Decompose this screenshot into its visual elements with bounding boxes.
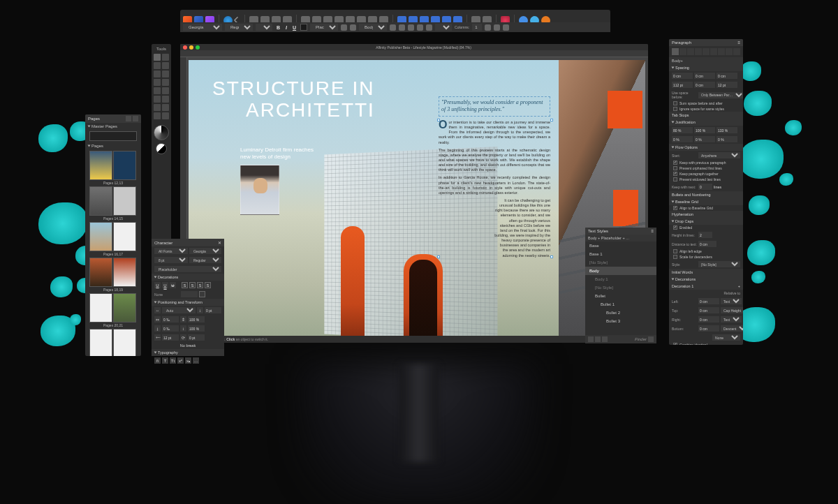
fill-tool-icon[interactable] — [162, 96, 169, 103]
panel-menu-icon[interactable]: ≡ — [651, 229, 654, 233]
justify-center-button[interactable] — [703, 48, 710, 55]
justify-right-button[interactable] — [710, 48, 717, 55]
page-thumb[interactable] — [89, 222, 112, 251]
character-panel-icon[interactable] — [341, 24, 347, 31]
list-icon[interactable] — [426, 24, 432, 31]
page-thumb[interactable] — [113, 293, 136, 323]
highlight-button[interactable]: S — [189, 282, 196, 288]
style-base1[interactable]: Base 1 — [585, 250, 656, 258]
style-body[interactable]: Body — [585, 267, 656, 275]
align-center-button[interactable] — [679, 48, 686, 55]
tab-stops-section[interactable]: Tab Stops — [669, 112, 743, 119]
widow-check[interactable] — [673, 177, 677, 181]
align-c-icon[interactable] — [399, 24, 405, 31]
deco-fill-select[interactable]: None — [712, 334, 740, 341]
vscale-input[interactable] — [188, 316, 205, 323]
headline[interactable]: STRUCTURE IN ARCHITETTI — [212, 78, 375, 121]
move-tool-icon[interactable] — [154, 54, 161, 61]
selection-handle-icon[interactable] — [437, 255, 440, 258]
paragraph-panel-icon[interactable] — [485, 24, 491, 31]
font-family-select[interactable]: Georgia — [183, 24, 222, 31]
strike-color-button[interactable]: S — [205, 282, 211, 288]
justify-all-button[interactable] — [718, 48, 725, 55]
decorations-section[interactable]: Decorations — [675, 277, 696, 281]
positioning-section[interactable]: Positioning and Transform — [158, 300, 203, 304]
new-para-style-icon[interactable] — [588, 336, 594, 342]
master-thumb[interactable] — [89, 131, 137, 141]
add-page-icon[interactable] — [126, 116, 131, 121]
font-select[interactable]: Georgia — [189, 248, 221, 254]
dist-text-input[interactable] — [698, 241, 716, 247]
align-towards-button[interactable] — [726, 48, 733, 55]
decorations-section[interactable]: Decorations — [158, 275, 178, 279]
deco-right-rel[interactable]: Text — [721, 316, 742, 323]
outline-button[interactable]: S — [197, 282, 203, 288]
pen-tool-icon[interactable] — [162, 71, 169, 77]
smallcaps-icon[interactable]: Tt — [170, 357, 176, 364]
table-tool-icon[interactable] — [154, 71, 161, 77]
page-thumb[interactable] — [89, 151, 112, 180]
pull-quote[interactable]: "Presumably, we would consider a propone… — [439, 96, 550, 117]
font-collection-select[interactable]: All Fonts — [154, 248, 188, 254]
page-thumb[interactable] — [113, 222, 136, 251]
page-thumb[interactable] — [113, 186, 136, 216]
space-before-input[interactable] — [694, 82, 715, 88]
vector-crop-tool-icon[interactable] — [154, 96, 161, 103]
dropcaps-section[interactable]: Drop Caps — [675, 219, 693, 223]
leading-select[interactable]: 112 pt — [435, 24, 452, 31]
align-grid-check[interactable] — [673, 206, 677, 210]
deco-color[interactable] — [199, 291, 205, 297]
flow-options-section[interactable]: Flow Options — [675, 145, 698, 149]
style-nostyle[interactable]: [No Style] — [585, 258, 656, 267]
font-weight-select[interactable]: Regular — [225, 24, 253, 31]
para-style-select[interactable]: Body+ — [359, 24, 387, 31]
deco-width-input[interactable] — [181, 291, 198, 297]
sub-icon[interactable]: x₂ — [185, 357, 191, 364]
minimize-window-icon[interactable] — [189, 45, 193, 50]
deco-left-rel[interactable]: Text — [721, 298, 742, 304]
add-deco-icon[interactable]: + — [738, 284, 740, 288]
pages-section-label[interactable]: Pages — [91, 144, 103, 148]
node-tool-icon[interactable] — [162, 54, 169, 61]
tracking-input[interactable] — [205, 307, 221, 313]
align-r-icon[interactable] — [408, 24, 414, 31]
baseline-input[interactable] — [162, 325, 179, 332]
keep-next-input[interactable] — [698, 184, 712, 190]
dropcap-style-select[interactable]: [No Style] — [698, 261, 740, 267]
style-bullet3[interactable]: Bullet 3 — [585, 317, 656, 325]
combine-check[interactable] — [673, 343, 677, 345]
page-thumb[interactable] — [89, 258, 112, 287]
artistic-text-tool-icon[interactable] — [154, 62, 161, 69]
deco-bottom-input[interactable] — [698, 325, 719, 332]
close-panel-icon[interactable]: ✕ — [218, 240, 221, 245]
opt-letter-input[interactable] — [694, 136, 715, 142]
indent-right-input[interactable] — [694, 73, 715, 79]
min-letter-input[interactable] — [672, 136, 693, 142]
page-thumb[interactable] — [89, 293, 112, 323]
double-underline-button[interactable]: U — [162, 282, 168, 288]
italic-button[interactable]: I — [284, 25, 288, 30]
ignore-space-check[interactable] — [673, 107, 677, 111]
style-nostyle2[interactable]: [No Style] — [585, 283, 656, 292]
page-thumb[interactable] — [113, 258, 136, 287]
typography-section[interactable]: Typography — [158, 350, 178, 355]
frame-text-tool-icon[interactable] — [162, 62, 169, 69]
max-letter-input[interactable] — [716, 136, 737, 142]
keep-prev-check[interactable] — [673, 161, 677, 165]
style-bullet2[interactable]: Bullet 2 — [585, 309, 656, 317]
color-picker-tool-icon[interactable] — [162, 104, 169, 111]
typo-more-icon[interactable]: … — [193, 357, 199, 364]
canvas[interactable]: STRUCTURE IN ARCHITETTI Luminary Detroit… — [187, 57, 648, 335]
close-window-icon[interactable] — [183, 45, 187, 50]
min-word-input[interactable] — [672, 127, 693, 133]
para-style-crumb[interactable]: Body+ — [669, 57, 743, 64]
text-color-swatch[interactable] — [300, 24, 307, 31]
justification-section[interactable]: Justification — [675, 120, 696, 124]
style-base[interactable]: Base — [585, 242, 656, 250]
spacing-section[interactable]: Spacing — [675, 66, 689, 70]
baseline-section[interactable]: Baseline Grid — [675, 200, 698, 204]
view-tool-icon[interactable] — [162, 112, 169, 119]
style-bullet1[interactable]: Bullet 1 — [585, 300, 656, 309]
hyphen-section[interactable]: Hyphenation — [669, 211, 743, 218]
page-thumb[interactable] — [89, 186, 112, 216]
